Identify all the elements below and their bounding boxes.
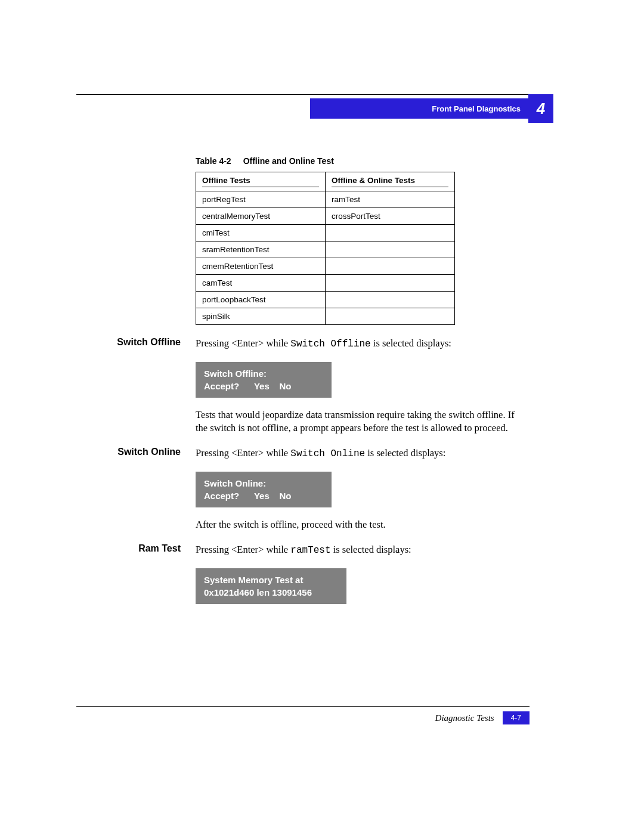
ram-test-display: System Memory Test at 0x1021d460 len 130… xyxy=(196,568,346,604)
table-row: portRegTestramTest xyxy=(196,191,455,208)
footer-page-number: 4-7 xyxy=(503,711,530,724)
switch-offline-intro: Pressing <Enter> while Switch Offline is… xyxy=(196,337,515,351)
header-bar: Front Panel Diagnostics xyxy=(310,98,529,119)
th-offline: Offline Tests xyxy=(196,172,326,191)
table-row: centralMemoryTestcrossPortTest xyxy=(196,208,455,225)
switch-online-display: Switch Online: Accept? Yes No xyxy=(196,472,332,507)
table-caption: Table 4-2Offline and Online Test xyxy=(196,156,515,166)
breadcrumb: Front Panel Diagnostics xyxy=(432,104,521,113)
table-row: cmiTest xyxy=(196,225,455,241)
table-row: spinSilk xyxy=(196,308,455,325)
table-title: Offline and Online Test xyxy=(243,156,334,166)
offline-online-table: Offline Tests Offline & Online Tests por… xyxy=(196,172,455,325)
page-top-rule xyxy=(76,94,530,95)
table-number: Table 4-2 xyxy=(196,156,231,166)
switch-online-intro: Pressing <Enter> while Switch Online is … xyxy=(196,447,515,461)
table-row: cmemRetentionTest xyxy=(196,258,455,275)
section-label-ram-test: Ram Test xyxy=(76,543,196,615)
chapter-number-badge: 4 xyxy=(528,94,553,123)
switch-offline-followup: Tests that would jeopardize data transmi… xyxy=(196,408,515,435)
th-online: Offline & Online Tests xyxy=(326,172,455,191)
switch-offline-display: Switch Offline: Accept? Yes No xyxy=(196,362,332,398)
switch-online-followup: After the switch is offline, proceed wit… xyxy=(196,518,515,531)
table-row: sramRetentionTest xyxy=(196,241,455,258)
table-row: portLoopbackTest xyxy=(196,292,455,308)
page-footer: Diagnostic Tests 4-7 xyxy=(76,706,530,724)
table-row: camTest xyxy=(196,275,455,292)
section-label-switch-online: Switch Online xyxy=(76,447,196,531)
footer-section-title: Diagnostic Tests xyxy=(435,713,494,723)
ram-test-intro: Pressing <Enter> while ramTest is select… xyxy=(196,543,515,558)
section-label-switch-offline: Switch Offline xyxy=(76,337,196,435)
